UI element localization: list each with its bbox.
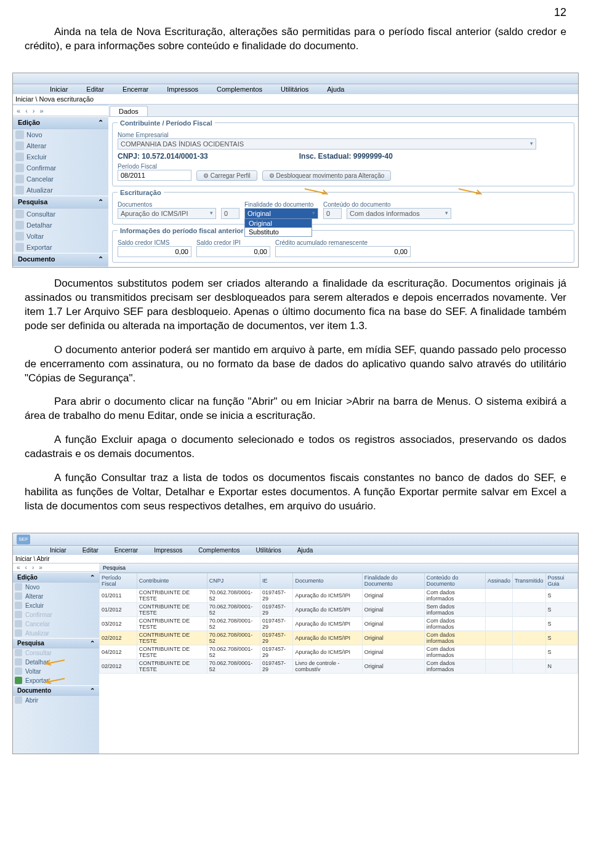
sidebar-item-exportar[interactable]: Exportar: [13, 242, 108, 253]
sidebar-item-novo[interactable]: Novo: [13, 583, 99, 592]
fieldset-contribuinte: Contribuinte / Período Fiscal Nome Empre…: [112, 119, 574, 186]
nav-arrows[interactable]: « ‹ › »: [13, 563, 99, 572]
credito-field[interactable]: 0,00: [275, 246, 411, 257]
sidebar-item-novo[interactable]: Novo: [13, 129, 108, 140]
table-cell: 0197457-29: [260, 603, 293, 617]
col-cnpj[interactable]: CNPJ: [207, 573, 260, 589]
menu-utilitarios[interactable]: Utilitários: [256, 547, 281, 554]
menu-encerrar[interactable]: Encerrar: [115, 547, 138, 554]
table-cell: 0197457-29: [260, 659, 293, 674]
sidebar-item-detalhar[interactable]: Detalhar: [13, 220, 108, 231]
sidebar-item-excluir[interactable]: Excluir: [13, 151, 108, 162]
sidebar-item-confirmar[interactable]: Confirmar: [13, 162, 108, 173]
menu-complementos[interactable]: Complementos: [198, 547, 239, 554]
carregar-perfil-button[interactable]: ⚙ Carregar Perfil: [196, 170, 257, 181]
table-cell: [512, 589, 545, 603]
label-credito: Crédito acumulado remanescente: [275, 239, 411, 246]
nome-empresarial-field[interactable]: COMPANHIA DAS ÍNDIAS OCIDENTAIS: [118, 138, 536, 149]
sidebar-item-atualizar[interactable]: Atualizar: [13, 185, 108, 196]
table-row[interactable]: 01/2011CONTRIBUINTE DE TESTE70.062.708/0…: [100, 589, 578, 603]
col-documento[interactable]: Documento: [293, 573, 362, 589]
sidebar-item-exportar[interactable]: Exportar: [13, 676, 99, 685]
table-row[interactable]: 04/2012CONTRIBUINTE DE TESTE70.062.708/0…: [100, 645, 578, 659]
sidebar-header-edicao-label: Edição: [17, 574, 38, 581]
sidebar-header-edicao[interactable]: Edição⌃: [13, 572, 99, 583]
nav-next-icon[interactable]: ›: [33, 107, 35, 114]
tab-dados[interactable]: Dados: [110, 106, 148, 116]
sidebar-item-voltar[interactable]: Voltar: [13, 667, 99, 676]
nav-next-icon[interactable]: ›: [32, 564, 34, 571]
table-cell: [512, 603, 545, 617]
menu-iniciar[interactable]: Iniciar: [50, 86, 68, 93]
conteudo-select[interactable]: Com dados informados: [347, 208, 451, 219]
sidebar-item-alterar[interactable]: Alterar: [13, 140, 108, 151]
nav-first-icon[interactable]: «: [17, 564, 20, 571]
table-cell: CONTRIBUINTE DE TESTE: [137, 659, 207, 674]
desbloquear-button[interactable]: ⚙ Desbloquear movimento para Alteração: [262, 170, 391, 181]
saldo-icms-field[interactable]: 0,00: [118, 246, 191, 257]
finalidade-opt-original[interactable]: Original: [245, 219, 312, 228]
table-cell: Original: [362, 603, 424, 617]
sidebar-header-pesquisa[interactable]: Pesquisa⌃: [13, 196, 108, 209]
menu-utilitarios[interactable]: Utilitários: [281, 86, 308, 93]
body-paragraph-5: A função Excluir apaga o documento selec…: [25, 433, 566, 461]
menu-complementos[interactable]: Complementos: [217, 86, 262, 93]
menu-editar[interactable]: Editar: [82, 547, 98, 554]
menu-ajuda[interactable]: Ajuda: [327, 86, 344, 93]
finalidade-opt-substituto[interactable]: Substituto: [245, 228, 312, 236]
grid-blank-area: [99, 674, 578, 754]
body-paragraph-6: A função Consultar traz a lista de todos…: [25, 471, 566, 514]
col-periodo[interactable]: Período Fiscal: [100, 573, 137, 589]
fieldset-info-anterior: Informações do período fiscal anterior S…: [112, 227, 574, 263]
table-row[interactable]: 03/2012CONTRIBUINTE DE TESTE70.062.708/0…: [100, 617, 578, 631]
body-paragraph-3: O documento anterior poderá ser mantido …: [25, 343, 566, 386]
sidebar-header-pesquisa[interactable]: Pesquisa⌃: [13, 638, 99, 648]
sidebar-item-voltar[interactable]: Voltar: [13, 231, 108, 242]
nav-last-icon[interactable]: »: [39, 107, 43, 114]
sidebar-item-alterar[interactable]: Alterar: [13, 592, 99, 601]
nav-last-icon[interactable]: »: [39, 564, 42, 571]
sidebar-item-excluir[interactable]: Excluir: [13, 601, 99, 610]
sidebar-header-documento[interactable]: Documento⌃: [13, 685, 99, 696]
nav-arrows[interactable]: « ‹ › »: [13, 106, 108, 116]
finalidade-dropdown[interactable]: Original Substituto: [244, 218, 312, 237]
sidebar-item-consultar: Consultar: [13, 648, 99, 658]
finalidade-select[interactable]: Original: [244, 208, 318, 219]
sidebar-item-detalhar[interactable]: Detalhar: [13, 658, 99, 667]
sidebar-item-consultar[interactable]: Consultar: [13, 209, 108, 220]
menu-editar[interactable]: Editar: [86, 86, 104, 93]
col-ie[interactable]: IE: [260, 573, 293, 589]
sidebar-header-documento[interactable]: Documento⌃: [13, 253, 108, 266]
table-row[interactable]: 02/2012CONTRIBUINTE DE TESTE70.062.708/0…: [100, 631, 578, 645]
col-transmitido[interactable]: Transmitido: [512, 573, 545, 589]
menu-encerrar[interactable]: Encerrar: [123, 86, 148, 93]
table-cell: CONTRIBUINTE DE TESTE: [137, 603, 207, 617]
menu-ajuda[interactable]: Ajuda: [297, 547, 313, 554]
col-contribuinte[interactable]: Contribuinte: [137, 573, 207, 589]
sidebar-item-abrir[interactable]: Abrir: [13, 696, 99, 705]
table-row[interactable]: 01/2012CONTRIBUINTE DE TESTE70.062.708/0…: [100, 603, 578, 617]
documentos-select[interactable]: Apuração do ICMS/IPI: [118, 208, 216, 219]
table-cell: [512, 631, 545, 645]
saldo-ipi-field[interactable]: 0,00: [196, 246, 270, 257]
table-cell: 0197457-29: [260, 589, 293, 603]
nav-first-icon[interactable]: «: [17, 107, 20, 114]
col-finalidade[interactable]: Finalidade do Documento: [362, 573, 424, 589]
table-row[interactable]: 02/2012CONTRIBUINTE DE TESTE70.062.708/0…: [100, 659, 578, 674]
col-assinado[interactable]: Assinado: [485, 573, 512, 589]
col-possui-guia[interactable]: Possui Guia: [545, 573, 577, 589]
nav-prev-icon[interactable]: ‹: [25, 564, 27, 571]
sidebar-header-edicao[interactable]: Edição⌃: [13, 116, 108, 129]
nav-prev-icon[interactable]: ‹: [25, 107, 28, 114]
menu-iniciar[interactable]: Iniciar: [50, 547, 66, 554]
menu-bar: Iniciar Editar Encerrar Impressos Comple…: [13, 84, 578, 94]
screenshot-nova-escrituracao: Iniciar Editar Encerrar Impressos Comple…: [12, 73, 579, 268]
menu-impressos[interactable]: Impressos: [154, 547, 182, 554]
chevron-up-icon: ⌃: [98, 198, 103, 206]
menu-impressos[interactable]: Impressos: [167, 86, 198, 93]
sidebar-item-cancelar[interactable]: Cancelar: [13, 173, 108, 185]
col-conteudo[interactable]: Conteúdo do Documento: [424, 573, 485, 589]
table-cell: 70.062.708/0001-52: [207, 631, 260, 645]
periodo-fiscal-field[interactable]: 08/2011: [118, 170, 191, 181]
sef-app-icon[interactable]: SEF: [17, 535, 30, 544]
